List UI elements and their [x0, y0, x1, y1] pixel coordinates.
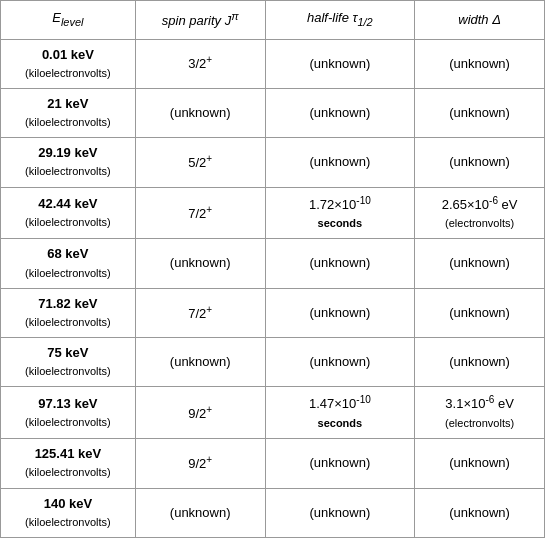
- width-cell: (unknown): [415, 239, 545, 288]
- width-cell: 2.65×10-6 eV(electronvolts): [415, 187, 545, 239]
- energy-cell: 68 keV(kiloelectronvolts): [1, 239, 136, 288]
- width-cell: (unknown): [415, 488, 545, 537]
- energy-cell: 75 keV(kiloelectronvolts): [1, 338, 136, 387]
- table-row: 42.44 keV(kiloelectronvolts)7/2+1.72×10-…: [1, 187, 545, 239]
- table-row: 29.19 keV(kiloelectronvolts)5/2+(unknown…: [1, 138, 545, 187]
- energy-cell: 42.44 keV(kiloelectronvolts): [1, 187, 136, 239]
- spin-parity-cell: 7/2+: [135, 187, 265, 239]
- width-cell: (unknown): [415, 439, 545, 488]
- energy-cell: 29.19 keV(kiloelectronvolts): [1, 138, 136, 187]
- width-cell: (unknown): [415, 39, 545, 88]
- table-row: 0.01 keV(kiloelectronvolts)3/2+(unknown)…: [1, 39, 545, 88]
- width-cell: 3.1×10-6 eV(electronvolts): [415, 387, 545, 439]
- header-half-life: half-life τ1/2: [265, 1, 415, 40]
- table-row: 140 keV(kiloelectronvolts)(unknown)(unkn…: [1, 488, 545, 537]
- spin-parity-cell: (unknown): [135, 488, 265, 537]
- energy-levels-table: Elevel spin parity Jπ half-life τ1/2 wid…: [0, 0, 545, 538]
- table-row: 75 keV(kiloelectronvolts)(unknown)(unkno…: [1, 338, 545, 387]
- width-cell: (unknown): [415, 138, 545, 187]
- width-cell: (unknown): [415, 338, 545, 387]
- half-life-cell: 1.72×10-10seconds: [265, 187, 415, 239]
- energy-cell: 125.41 keV(kiloelectronvolts): [1, 439, 136, 488]
- half-life-cell: (unknown): [265, 39, 415, 88]
- energy-cell: 21 keV(kiloelectronvolts): [1, 88, 136, 137]
- header-width: width Δ: [415, 1, 545, 40]
- energy-cell: 140 keV(kiloelectronvolts): [1, 488, 136, 537]
- half-life-cell: (unknown): [265, 488, 415, 537]
- table-row: 125.41 keV(kiloelectronvolts)9/2+(unknow…: [1, 439, 545, 488]
- spin-parity-cell: (unknown): [135, 88, 265, 137]
- spin-parity-cell: 5/2+: [135, 138, 265, 187]
- energy-cell: 0.01 keV(kiloelectronvolts): [1, 39, 136, 88]
- table-row: 97.13 keV(kiloelectronvolts)9/2+1.47×10-…: [1, 387, 545, 439]
- half-life-cell: (unknown): [265, 288, 415, 337]
- half-life-cell: (unknown): [265, 138, 415, 187]
- header-spin-parity: spin parity Jπ: [135, 1, 265, 40]
- table-row: 71.82 keV(kiloelectronvolts)7/2+(unknown…: [1, 288, 545, 337]
- half-life-cell: (unknown): [265, 338, 415, 387]
- spin-parity-cell: 9/2+: [135, 439, 265, 488]
- header-energy: Elevel: [1, 1, 136, 40]
- half-life-cell: (unknown): [265, 439, 415, 488]
- spin-parity-cell: 3/2+: [135, 39, 265, 88]
- half-life-cell: (unknown): [265, 88, 415, 137]
- table-row: 21 keV(kiloelectronvolts)(unknown)(unkno…: [1, 88, 545, 137]
- spin-parity-cell: 9/2+: [135, 387, 265, 439]
- half-life-cell: 1.47×10-10seconds: [265, 387, 415, 439]
- width-cell: (unknown): [415, 88, 545, 137]
- energy-cell: 97.13 keV(kiloelectronvolts): [1, 387, 136, 439]
- spin-parity-cell: (unknown): [135, 239, 265, 288]
- table-row: 68 keV(kiloelectronvolts)(unknown)(unkno…: [1, 239, 545, 288]
- spin-parity-cell: 7/2+: [135, 288, 265, 337]
- energy-cell: 71.82 keV(kiloelectronvolts): [1, 288, 136, 337]
- half-life-cell: (unknown): [265, 239, 415, 288]
- spin-parity-cell: (unknown): [135, 338, 265, 387]
- width-cell: (unknown): [415, 288, 545, 337]
